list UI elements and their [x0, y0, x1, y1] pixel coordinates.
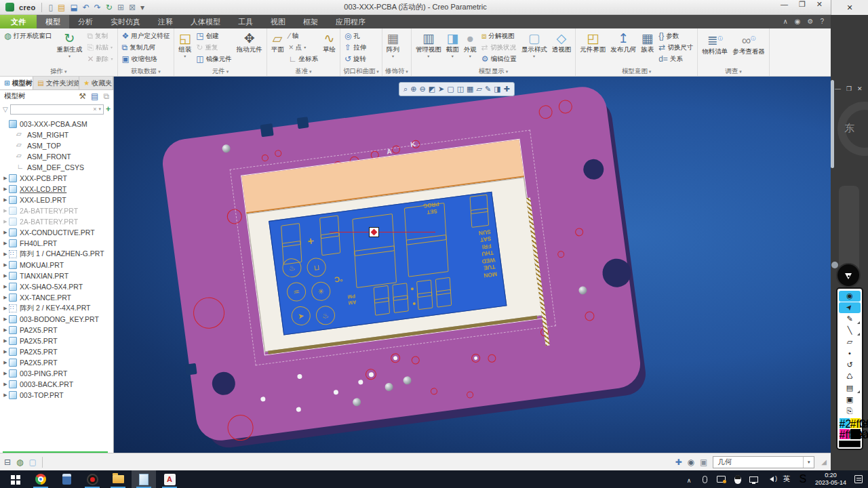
ribbon-button[interactable]: d= 关系 ▾ — [657, 53, 694, 64]
volume-icon[interactable] — [764, 470, 777, 488]
filter-add-icon[interactable]: + — [106, 104, 111, 114]
tree-item[interactable]: ▶ 2A-BATTERY.PRT — [0, 216, 113, 227]
refit-icon[interactable]: ◩ — [429, 85, 435, 93]
close-button[interactable]: ✕ — [816, 0, 823, 9]
expand-arrow-icon[interactable]: ▶ — [2, 241, 9, 246]
epicpen-screenshot-tool[interactable]: ▣ — [839, 394, 861, 405]
windows-icon[interactable]: ⊞ — [117, 3, 124, 12]
tree-show-icon[interactable]: ▤ — [91, 92, 98, 100]
expand-arrow-icon[interactable]: ▶ — [2, 392, 9, 398]
tray-expand-icon[interactable] — [682, 470, 696, 488]
ribbon-tab[interactable]: 分析 — [69, 15, 102, 28]
ribbon-button[interactable]: ↻ 重新生成 ▾ — [55, 30, 83, 66]
bg-minimize-button[interactable]: — — [835, 85, 841, 92]
ribbon-button[interactable]: ⇄ 切换尺寸 ▾ — [657, 41, 694, 53]
minimize-button[interactable]: — — [781, 0, 788, 9]
expand-arrow-icon[interactable]: ▶ — [2, 251, 9, 257]
epicpen-cursor-tool[interactable]: ➤ — [839, 302, 861, 313]
ribbon-button[interactable]: ⚙ 编辑位置 ▾ — [480, 53, 518, 64]
tree-item[interactable]: ▶ PA2X5.PRT — [0, 336, 113, 346]
help-icon[interactable]: ? — [820, 18, 824, 26]
ribbon-tab[interactable]: 注释 — [149, 15, 182, 28]
tab-file[interactable]: 文件 — [0, 15, 37, 28]
expand-arrow-icon[interactable]: ▶ — [2, 306, 9, 311]
action-center-icon[interactable] — [852, 470, 865, 488]
tree-item[interactable]: ▶ ASM_DEF_CSYS — [0, 162, 113, 173]
ribbon-tab[interactable]: 实时仿真 — [102, 15, 149, 28]
expand-arrow-icon[interactable]: ▶ — [2, 317, 9, 322]
expand-arrow-icon[interactable]: ▶ — [2, 273, 9, 279]
tree-item[interactable]: ▶ PA2X5.PRT — [0, 357, 113, 368]
ribbon-button[interactable]: ▦ 族表 ▾ — [639, 30, 655, 66]
background-close-button[interactable]: ✕ — [846, 3, 852, 12]
datum-display-filter-icon[interactable]: ▱ — [476, 85, 481, 93]
tree-item[interactable]: ▶ 003-BODONG_KEY.PRT — [0, 314, 113, 325]
tree-item[interactable]: ▶ MOKUAI.PRT — [0, 260, 113, 270]
tree-item[interactable]: ▶ PA2X5.PRT — [0, 325, 113, 336]
panel-tab[interactable]: ★ 收藏夹 — [79, 77, 113, 89]
tree-item[interactable]: ▶ XXX-LED.PRT — [0, 195, 113, 205]
expand-arrow-icon[interactable]: ▶ — [2, 219, 9, 224]
expand-arrow-icon[interactable]: ▶ — [2, 360, 9, 365]
ribbon-button[interactable]: ◇ 透视图 ▾ — [551, 30, 573, 66]
maximize-button[interactable]: ❐ — [799, 0, 806, 9]
selection-filter-dropdown[interactable]: 几何 ▾ — [713, 456, 814, 468]
redo-icon[interactable]: ↷ — [94, 3, 101, 12]
annotation-display-icon[interactable]: ✎ — [485, 85, 491, 93]
tree-item[interactable]: ▶ 阵列 2 / KEY-4X4.PRT — [0, 303, 113, 314]
epicpen-eraser-tool[interactable]: ▱ — [839, 337, 861, 348]
epicpen-undo-tool[interactable]: ↺ — [839, 360, 861, 371]
ribbon-button[interactable]: ● 外观 ▾ — [462, 30, 478, 66]
saved-orientations-icon[interactable]: ◫ — [457, 85, 464, 93]
ribbon-button[interactable]: ▣ 收缩包络 ▾ — [121, 53, 172, 64]
color-swatch[interactable]: #ff1ea6 — [840, 429, 850, 439]
panel-knob[interactable] — [831, 262, 838, 268]
ribbon-button[interactable]: ◰ 元件界面 ▾ — [578, 30, 607, 66]
epicpen-size-dot[interactable]: • — [839, 348, 861, 359]
spin-center-icon[interactable]: ✚ — [504, 85, 510, 93]
view-manager-icon[interactable]: ▦ — [467, 85, 473, 93]
ribbon-button[interactable]: ◨ 截面 ▾ — [445, 30, 460, 66]
epicpen-clear-tool[interactable]: ♺ — [839, 371, 861, 382]
open-file-icon[interactable]: ▤ — [58, 3, 65, 12]
tree-item[interactable]: ▶ XXX-PCB.PRT — [0, 173, 113, 184]
ribbon-tab[interactable]: 应用程序 — [327, 15, 374, 28]
calculator-app[interactable] — [54, 470, 79, 488]
bg-maximize-button[interactable]: ❐ — [846, 85, 852, 92]
ribbon-button[interactable]: ◱ 组装 ▾ — [177, 30, 193, 66]
ribbon-button[interactable]: {} 参数 ▾ — [657, 30, 694, 41]
start-button[interactable] — [3, 470, 27, 488]
panel-tab[interactable]: ▤ 文件夹浏览 — [33, 77, 79, 89]
expand-arrow-icon[interactable]: ▶ — [2, 295, 9, 300]
expand-arrow-icon[interactable]: ▶ — [2, 327, 9, 333]
tree-item[interactable]: ▶ 003-PING.PRT — [0, 368, 113, 379]
expand-arrow-icon[interactable]: ▶ — [2, 262, 9, 268]
display-style-icon[interactable]: ▢ — [447, 85, 454, 93]
ribbon-button[interactable]: ↥ 发布几何 ▾ — [609, 30, 637, 66]
spin-center-marker[interactable] — [369, 227, 379, 237]
ribbon-button[interactable]: ∿ 草绘 ▾ — [321, 30, 337, 66]
ribbon-tab[interactable]: 视图 — [262, 15, 294, 28]
creo-app[interactable] — [132, 470, 156, 488]
filter-dropdown-icon[interactable]: ▾ — [98, 106, 101, 112]
tree-item[interactable]: ▶ 0003-BACK.PRT — [0, 379, 113, 390]
window-toggle-icon[interactable]: ▢ — [29, 458, 37, 466]
tree-item[interactable]: ▶ XX-TANCE.PRT — [0, 292, 113, 303]
zoom-out-icon[interactable]: ⊖ — [419, 85, 425, 93]
network-icon[interactable] — [747, 470, 761, 488]
ribbon-button[interactable]: ◍ 打开系统窗口 ▾ — [3, 30, 53, 41]
tree-item[interactable]: ▶ XXX-LCD.PRT — [0, 184, 113, 195]
ribbon-tab[interactable]: 框架 — [294, 15, 327, 28]
ribbon-button[interactable]: ∟ 坐标系 ▾ — [288, 53, 319, 64]
select-box-icon[interactable]: ▣ — [700, 458, 707, 466]
epicpen-active-color[interactable] — [839, 441, 861, 447]
expand-arrow-icon[interactable]: ▶ — [2, 284, 9, 289]
tree-item[interactable]: ▶ XX-SHAO-5X4.PRT — [0, 281, 113, 292]
tree-item[interactable]: ▶ ASM_FRONT — [0, 151, 113, 162]
ribbon-button[interactable]: ◫ 镜像元件 ▾ — [195, 53, 233, 64]
tree-item[interactable]: ▶ ASM_TOP — [0, 140, 113, 151]
ribbon-button[interactable]: ⧈ 分解视图 ▾ — [480, 30, 518, 41]
expand-arrow-icon[interactable]: ▶ — [2, 371, 9, 376]
ribbon-button[interactable]: ⧉ 复制 ▾ — [85, 30, 114, 41]
expand-arrow-icon[interactable]: ▶ — [2, 230, 9, 235]
